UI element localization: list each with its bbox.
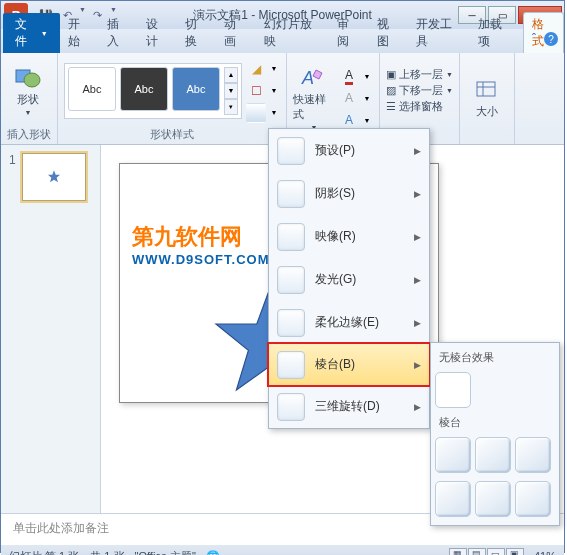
effect-reflection[interactable]: 映像(R)▶	[269, 215, 429, 258]
slide-thumbnails: 1	[1, 145, 101, 513]
gallery-up[interactable]: ▲	[224, 67, 238, 83]
bevel-1[interactable]	[435, 437, 471, 473]
softedge-icon	[277, 309, 305, 337]
gallery-more[interactable]: ▾	[224, 99, 238, 115]
bring-forward[interactable]: ▣上移一层▼	[386, 67, 453, 82]
shape-style-gallery[interactable]: Abc Abc Abc ▲▼▾	[64, 63, 242, 119]
group-shape-styles: 形状样式	[64, 125, 280, 144]
backward-icon: ▨	[386, 84, 396, 97]
theme-name: "Office 主题"	[135, 549, 196, 556]
svg-text:A: A	[301, 68, 314, 88]
effect-preset[interactable]: 预设(P)▶	[269, 129, 429, 172]
view-slideshow[interactable]: ▣	[506, 548, 524, 555]
style-3[interactable]: Abc	[172, 67, 220, 111]
outline-dd[interactable]: ▼	[268, 81, 280, 101]
minimize-ribbon-icon[interactable]: ˆ	[532, 32, 536, 46]
fill-dd[interactable]: ▼	[268, 59, 280, 79]
forward-icon: ▣	[386, 68, 396, 81]
statusbar: 幻灯片 第 1 张，共 1 张 "Office 主题" 🌐 ▦ ▤ ▭ ▣ 41…	[1, 545, 564, 555]
view-sorter[interactable]: ▤	[468, 548, 486, 555]
style-2[interactable]: Abc	[120, 67, 168, 111]
svg-point-1	[24, 73, 40, 87]
help-icon[interactable]: ?	[544, 32, 558, 46]
tab-view[interactable]: 视图	[369, 13, 408, 53]
style-1[interactable]: Abc	[68, 67, 116, 111]
watermark-url: WWW.D9SOFT.COM	[132, 252, 270, 267]
effect-3d-rotation[interactable]: 三维旋转(D)▶	[269, 385, 429, 428]
tab-transitions[interactable]: 切换	[177, 13, 216, 53]
tab-design[interactable]: 设计	[138, 13, 177, 53]
view-normal[interactable]: ▦	[449, 548, 467, 555]
pane-icon: ☰	[386, 100, 396, 113]
view-reading[interactable]: ▭	[487, 548, 505, 555]
effects-dd[interactable]: ▼	[268, 103, 280, 123]
bevel-6[interactable]	[515, 481, 551, 517]
text-effects-icon[interactable]: A	[339, 110, 359, 130]
tab-home[interactable]: 开始	[60, 13, 99, 53]
tab-addins[interactable]: 加载项	[470, 13, 521, 53]
bevel-5[interactable]	[475, 481, 511, 517]
ribbon-tabs: 文件▼ 开始 插入 设计 切换 动画 幻灯片放映 审阅 视图 开发工具 加载项 …	[1, 29, 564, 53]
bevel-submenu: 无棱台效果 棱台	[430, 342, 560, 526]
preset-icon	[277, 137, 305, 165]
bevel-3[interactable]	[515, 437, 551, 473]
bevel-header: 棱台	[435, 412, 555, 433]
send-backward[interactable]: ▨下移一层▼	[386, 83, 453, 98]
bevel-icon	[277, 351, 305, 379]
shape-effects-icon[interactable]	[246, 103, 266, 123]
tab-slideshow[interactable]: 幻灯片放映	[256, 13, 330, 53]
shadow-icon	[277, 180, 305, 208]
gallery-down[interactable]: ▼	[224, 83, 238, 99]
bevel-4[interactable]	[435, 481, 471, 517]
tab-insert[interactable]: 插入	[99, 13, 138, 53]
no-bevel-header: 无棱台效果	[435, 347, 555, 368]
tab-review[interactable]: 审阅	[329, 13, 368, 53]
watermark-text: 第九软件网	[132, 222, 270, 252]
shape-effects-menu: 预设(P)▶ 阴影(S)▶ 映像(R)▶ 发光(G)▶ 柔化边缘(E)▶ 棱台(…	[268, 128, 430, 429]
svg-rect-3	[477, 82, 495, 96]
effect-soft-edges[interactable]: 柔化边缘(E)▶	[269, 301, 429, 344]
slide-count: 幻灯片 第 1 张，共 1 张	[9, 549, 125, 556]
glow-icon	[277, 266, 305, 294]
selection-pane[interactable]: ☰选择窗格	[386, 99, 453, 114]
no-bevel[interactable]	[435, 372, 471, 408]
shapes-button[interactable]: 形状▼	[7, 66, 49, 116]
zoom-level[interactable]: 41%	[534, 550, 556, 555]
tab-animations[interactable]: 动画	[216, 13, 255, 53]
size-button[interactable]: 大小	[466, 78, 508, 119]
bevel-2[interactable]	[475, 437, 511, 473]
svg-marker-4	[48, 170, 60, 182]
effect-bevel[interactable]: 棱台(B)▶	[268, 343, 430, 386]
effect-shadow[interactable]: 阴影(S)▶	[269, 172, 429, 215]
file-tab[interactable]: 文件▼	[3, 13, 60, 53]
thumb-number: 1	[9, 153, 16, 201]
lang: 🌐	[206, 550, 220, 556]
reflection-icon	[277, 223, 305, 251]
tab-developer[interactable]: 开发工具	[408, 13, 470, 53]
thumb-slide-1[interactable]	[22, 153, 86, 201]
shape-outline-icon[interactable]: ☐	[246, 81, 266, 101]
rotation-icon	[277, 393, 305, 421]
group-insert-shapes: 插入形状	[7, 125, 51, 144]
text-outline-icon[interactable]: A	[339, 88, 359, 108]
effect-glow[interactable]: 发光(G)▶	[269, 258, 429, 301]
quick-styles-button[interactable]: A 快速样式▼	[293, 66, 335, 131]
shape-fill-icon[interactable]: ◢	[246, 59, 266, 79]
text-fill-icon[interactable]: A	[339, 66, 359, 86]
